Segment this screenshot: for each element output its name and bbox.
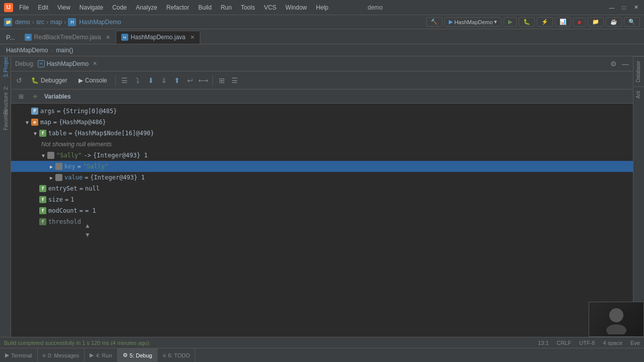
menu-refactor[interactable]: Refactor <box>163 3 193 12</box>
activity-favorites-icon[interactable]: Favorites <box>0 112 13 127</box>
key-expand[interactable]: ▶ <box>47 162 55 170</box>
variable-key[interactable]: ▶ key = "Sally" <box>11 161 633 172</box>
breadcrumb-demo[interactable]: demo <box>15 19 30 26</box>
variable-sally-entry[interactable]: ▼ "Sally" -> {Integer@493} 1 <box>11 150 633 161</box>
map-expand[interactable]: ▼ <box>23 118 31 126</box>
step-over-icon[interactable]: ⤵ <box>132 74 144 86</box>
menu-bar: File Edit View Navigate Code Analyze Ref… <box>15 3 387 12</box>
sally-type-badge <box>47 152 54 159</box>
ant-tab[interactable]: Ant <box>633 86 644 103</box>
menu-build[interactable]: Build <box>194 3 216 12</box>
run-config-selector[interactable]: ▶ HashMapDemo ▾ <box>444 17 502 27</box>
threshold-expand[interactable] <box>31 218 39 226</box>
close-button[interactable]: ✕ <box>632 4 640 12</box>
variable-value[interactable]: ▶ value = {Integer@493} 1 <box>11 172 633 183</box>
search-everywhere-button[interactable]: 🔍 <box>624 17 640 27</box>
menu-code[interactable]: Code <box>108 3 131 12</box>
value-expand[interactable]: ▶ <box>47 173 55 182</box>
menu-navigate[interactable]: Navigate <box>75 3 107 12</box>
add-watch-icon[interactable]: + <box>29 92 41 101</box>
activity-project-icon[interactable]: 1:Project <box>0 58 13 73</box>
breadcrumb-hashmapdemoo[interactable]: HashMapDemo <box>79 19 121 26</box>
scroll-down-arrow[interactable]: ▼ <box>82 230 94 239</box>
file-encoding[interactable]: UTF-8 <box>579 340 595 346</box>
size-type-badge: f <box>39 196 46 203</box>
debug-button[interactable]: 🐛 <box>519 17 535 27</box>
debugger-tab-label: Debugger <box>41 77 67 84</box>
menu-vcs[interactable]: VCS <box>260 3 281 12</box>
variable-threshold[interactable]: f threshold <box>11 216 633 227</box>
force-step-into-icon[interactable]: ⇓ <box>158 74 170 86</box>
coverage-button[interactable]: ⚡ <box>537 17 553 27</box>
database-tab[interactable]: Database <box>633 56 644 86</box>
menu-file[interactable]: File <box>15 3 33 12</box>
stop-button[interactable]: ■ <box>573 18 586 27</box>
table-view-icon[interactable]: ⊞ <box>216 74 228 86</box>
menu-help[interactable]: Help <box>312 3 333 12</box>
minimize-button[interactable]: — <box>608 4 616 12</box>
modcount-expand[interactable] <box>31 207 39 215</box>
tab-redblack-close[interactable]: ✕ <box>106 34 110 41</box>
menu-run[interactable]: Run <box>217 3 236 12</box>
code-breadcrumb-class[interactable]: HashMapDemo <box>6 47 48 54</box>
tab-hashmap-close[interactable]: ✕ <box>190 34 195 41</box>
terminal-tab[interactable]: ▶ Terminal <box>0 348 38 363</box>
variable-size[interactable]: f size = 1 <box>11 194 633 205</box>
entryset-expand[interactable] <box>31 185 39 193</box>
menu-edit[interactable]: Edit <box>34 3 52 12</box>
run-to-cursor-icon[interactable]: ↩ <box>184 74 196 86</box>
variable-map[interactable]: ▼ e map = {HashMap@486} <box>11 117 633 128</box>
args-expand[interactable] <box>23 107 31 115</box>
tab-hashmapdemo[interactable]: H HashMapDemo.java ✕ <box>116 31 200 44</box>
build-status: Build completed successfully in 1 s 120 … <box>4 340 149 346</box>
maximize-button[interactable]: □ <box>620 4 628 12</box>
sally-expand[interactable]: ▼ <box>39 151 47 159</box>
project-panel-tab[interactable]: P... <box>2 31 19 44</box>
console-tab[interactable]: ▶ Console <box>73 75 112 86</box>
breadcrumb-map[interactable]: map <box>50 19 62 26</box>
run-label: 4: Run <box>96 352 112 358</box>
step-out-icon[interactable]: ⬆ <box>171 74 183 86</box>
profile-button[interactable]: 📊 <box>555 17 571 27</box>
variable-table[interactable]: ▼ f table = {HashMap$Node[16]@490} <box>11 128 633 139</box>
event-log[interactable]: Eve <box>630 340 640 346</box>
messages-tab[interactable]: ≡ 0: Messages <box>38 348 85 363</box>
breadcrumb-src[interactable]: src <box>36 19 44 26</box>
scroll-up-arrow[interactable]: ▲ <box>82 221 94 230</box>
line-separator[interactable]: CRLF <box>557 340 572 346</box>
variable-modcount[interactable]: f modCount = = 1 <box>11 205 633 216</box>
menu-view[interactable]: View <box>53 3 74 12</box>
frames-icon[interactable]: ☰ <box>119 74 131 86</box>
code-breadcrumb-method[interactable]: main() <box>56 47 73 54</box>
debugger-tab[interactable]: 🐛 Debugger <box>26 75 72 86</box>
indent-setting[interactable]: 4 space <box>603 340 623 346</box>
variable-args[interactable]: P args = {String[0]@485} <box>11 106 633 117</box>
todo-tab[interactable]: ≡ 6: TODO <box>157 348 195 363</box>
debug-minimize-icon[interactable]: — <box>622 60 629 68</box>
menu-window[interactable]: Window <box>281 3 311 12</box>
debug-tab-bottom[interactable]: ⚙ 5: Debug <box>118 348 158 363</box>
collapse-all-icon[interactable]: ⊞ <box>15 92 27 101</box>
run-button[interactable]: ▶ <box>504 17 517 27</box>
variable-entryset[interactable]: f entrySet = null <box>11 183 633 194</box>
debug-session-close[interactable]: ✕ <box>93 60 97 67</box>
sdk-button[interactable]: ☕ <box>606 17 622 27</box>
debug-settings-icon[interactable]: ⚙ <box>610 60 617 68</box>
size-key: size <box>48 196 63 203</box>
settings-view-icon[interactable]: ☰ <box>229 74 241 86</box>
menu-analyze[interactable]: Analyze <box>132 3 162 12</box>
value-type-badge <box>55 174 62 181</box>
step-into-icon[interactable]: ⬇ <box>145 74 157 86</box>
table-expand[interactable]: ▼ <box>31 129 39 137</box>
cursor-position: 13:1 <box>538 340 548 346</box>
project-structure-button[interactable]: 📁 <box>588 17 604 27</box>
evaluate-icon[interactable]: ⟷ <box>197 74 209 86</box>
run-tab[interactable]: ▶ 4: Run <box>85 348 117 363</box>
tab-redblacktreedemo[interactable]: H RedBlackTreeDemo.java ✕ <box>19 31 116 44</box>
content-main: 1:Project 2: Structure Favorites Debug: … <box>0 56 644 337</box>
build-button[interactable]: 🔨 <box>426 17 442 27</box>
restart-icon[interactable]: ↺ <box>13 74 25 86</box>
menu-tools[interactable]: Tools <box>237 3 259 12</box>
terminal-label: Terminal <box>11 352 32 358</box>
size-expand[interactable] <box>31 196 39 204</box>
